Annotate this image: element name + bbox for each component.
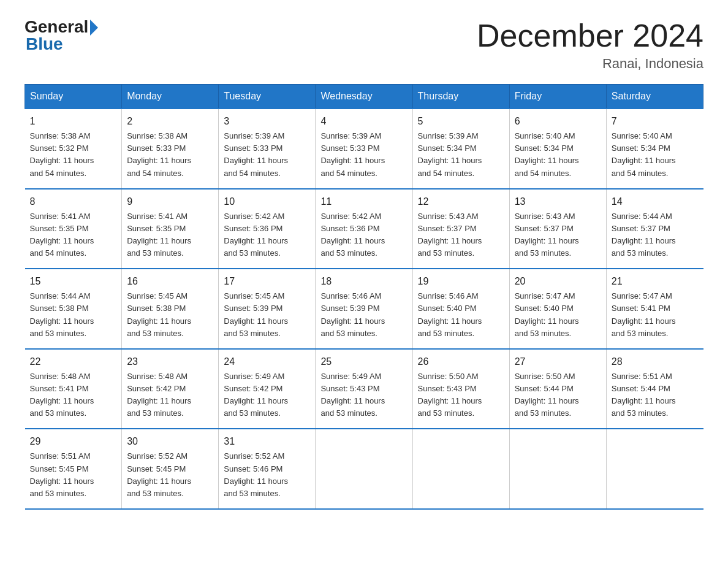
day-info: Sunrise: 5:42 AMSunset: 5:36 PMDaylight:…	[320, 212, 385, 258]
page-header: General Blue December 2024 Ranai, Indone…	[25, 18, 703, 72]
calendar-cell: 7Sunrise: 5:40 AMSunset: 5:34 PMDaylight…	[606, 109, 703, 189]
day-number: 7	[612, 114, 699, 129]
day-number: 29	[30, 434, 117, 449]
day-info: Sunrise: 5:50 AMSunset: 5:43 PMDaylight:…	[418, 372, 482, 418]
calendar-cell: 3Sunrise: 5:39 AMSunset: 5:33 PMDaylight…	[219, 109, 316, 189]
day-number: 16	[127, 274, 213, 289]
day-info: Sunrise: 5:40 AMSunset: 5:34 PMDaylight:…	[515, 131, 579, 177]
day-info: Sunrise: 5:45 AMSunset: 5:38 PMDaylight:…	[127, 291, 191, 337]
day-number: 28	[612, 354, 699, 369]
calendar-cell: 29Sunrise: 5:51 AMSunset: 5:45 PMDayligh…	[25, 429, 122, 509]
day-info: Sunrise: 5:51 AMSunset: 5:44 PMDaylight:…	[612, 372, 676, 418]
calendar-cell: 31Sunrise: 5:52 AMSunset: 5:46 PMDayligh…	[219, 429, 316, 509]
calendar-cell: 16Sunrise: 5:45 AMSunset: 5:38 PMDayligh…	[122, 269, 219, 349]
calendar-week-row: 22Sunrise: 5:48 AMSunset: 5:41 PMDayligh…	[25, 349, 703, 429]
calendar-cell: 6Sunrise: 5:40 AMSunset: 5:34 PMDaylight…	[509, 109, 606, 189]
calendar-cell: 26Sunrise: 5:50 AMSunset: 5:43 PMDayligh…	[412, 349, 509, 429]
day-number: 17	[224, 274, 310, 289]
calendar-cell: 12Sunrise: 5:43 AMSunset: 5:37 PMDayligh…	[412, 189, 509, 269]
calendar-cell	[316, 429, 412, 509]
calendar-cell: 17Sunrise: 5:45 AMSunset: 5:39 PMDayligh…	[219, 269, 316, 349]
day-number: 27	[515, 354, 601, 369]
day-info: Sunrise: 5:43 AMSunset: 5:37 PMDaylight:…	[515, 212, 579, 258]
day-number: 31	[224, 434, 310, 449]
column-header-tuesday: Tuesday	[219, 85, 316, 109]
calendar-title: December 2024	[477, 18, 703, 53]
day-number: 1	[30, 114, 117, 129]
day-number: 2	[127, 114, 213, 129]
day-info: Sunrise: 5:40 AMSunset: 5:34 PMDaylight:…	[612, 131, 676, 177]
calendar-cell: 2Sunrise: 5:38 AMSunset: 5:33 PMDaylight…	[122, 109, 219, 189]
logo-arrow-icon	[90, 20, 98, 36]
day-info: Sunrise: 5:41 AMSunset: 5:35 PMDaylight:…	[127, 212, 191, 258]
day-number: 10	[224, 194, 310, 209]
day-info: Sunrise: 5:39 AMSunset: 5:33 PMDaylight:…	[320, 131, 385, 177]
day-info: Sunrise: 5:48 AMSunset: 5:42 PMDaylight:…	[127, 372, 191, 418]
day-number: 18	[320, 274, 407, 289]
day-info: Sunrise: 5:47 AMSunset: 5:41 PMDaylight:…	[612, 291, 676, 337]
day-number: 14	[612, 194, 699, 209]
calendar-week-row: 29Sunrise: 5:51 AMSunset: 5:45 PMDayligh…	[25, 429, 703, 509]
day-info: Sunrise: 5:52 AMSunset: 5:45 PMDaylight:…	[127, 451, 191, 497]
day-info: Sunrise: 5:44 AMSunset: 5:38 PMDaylight:…	[30, 291, 94, 337]
day-number: 21	[612, 274, 699, 289]
day-info: Sunrise: 5:46 AMSunset: 5:40 PMDaylight:…	[418, 291, 482, 337]
column-header-monday: Monday	[122, 85, 219, 109]
logo-general-text: General	[25, 18, 88, 36]
calendar-cell: 24Sunrise: 5:49 AMSunset: 5:42 PMDayligh…	[219, 349, 316, 429]
day-number: 26	[418, 354, 504, 369]
column-header-sunday: Sunday	[25, 85, 122, 109]
calendar-table: SundayMondayTuesdayWednesdayThursdayFrid…	[25, 84, 703, 510]
column-header-thursday: Thursday	[412, 85, 509, 109]
column-header-saturday: Saturday	[606, 85, 703, 109]
day-info: Sunrise: 5:52 AMSunset: 5:46 PMDaylight:…	[224, 451, 288, 497]
day-number: 24	[224, 354, 310, 369]
day-number: 4	[320, 114, 407, 129]
day-number: 11	[320, 194, 407, 209]
day-info: Sunrise: 5:38 AMSunset: 5:33 PMDaylight:…	[127, 131, 191, 177]
day-info: Sunrise: 5:50 AMSunset: 5:44 PMDaylight:…	[515, 372, 579, 418]
day-info: Sunrise: 5:49 AMSunset: 5:42 PMDaylight:…	[224, 372, 288, 418]
calendar-cell: 9Sunrise: 5:41 AMSunset: 5:35 PMDaylight…	[122, 189, 219, 269]
calendar-cell: 21Sunrise: 5:47 AMSunset: 5:41 PMDayligh…	[606, 269, 703, 349]
day-info: Sunrise: 5:47 AMSunset: 5:40 PMDaylight:…	[515, 291, 579, 337]
day-info: Sunrise: 5:45 AMSunset: 5:39 PMDaylight:…	[224, 291, 288, 337]
calendar-cell: 30Sunrise: 5:52 AMSunset: 5:45 PMDayligh…	[122, 429, 219, 509]
calendar-cell: 27Sunrise: 5:50 AMSunset: 5:44 PMDayligh…	[509, 349, 606, 429]
day-number: 13	[515, 194, 601, 209]
day-number: 6	[515, 114, 601, 129]
calendar-week-row: 1Sunrise: 5:38 AMSunset: 5:32 PMDaylight…	[25, 109, 703, 189]
calendar-subtitle: Ranai, Indonesia	[477, 56, 703, 72]
calendar-cell: 19Sunrise: 5:46 AMSunset: 5:40 PMDayligh…	[412, 269, 509, 349]
calendar-cell: 23Sunrise: 5:48 AMSunset: 5:42 PMDayligh…	[122, 349, 219, 429]
calendar-cell: 1Sunrise: 5:38 AMSunset: 5:32 PMDaylight…	[25, 109, 122, 189]
calendar-cell: 5Sunrise: 5:39 AMSunset: 5:34 PMDaylight…	[412, 109, 509, 189]
title-section: December 2024 Ranai, Indonesia	[477, 18, 703, 72]
day-info: Sunrise: 5:43 AMSunset: 5:37 PMDaylight:…	[418, 212, 482, 258]
day-number: 30	[127, 434, 213, 449]
calendar-cell: 20Sunrise: 5:47 AMSunset: 5:40 PMDayligh…	[509, 269, 606, 349]
calendar-week-row: 8Sunrise: 5:41 AMSunset: 5:35 PMDaylight…	[25, 189, 703, 269]
day-number: 25	[320, 354, 407, 369]
day-number: 20	[515, 274, 601, 289]
calendar-cell	[412, 429, 509, 509]
calendar-cell: 18Sunrise: 5:46 AMSunset: 5:39 PMDayligh…	[316, 269, 412, 349]
day-number: 8	[30, 194, 117, 209]
day-number: 3	[224, 114, 310, 129]
day-info: Sunrise: 5:42 AMSunset: 5:36 PMDaylight:…	[224, 212, 288, 258]
day-info: Sunrise: 5:44 AMSunset: 5:37 PMDaylight:…	[612, 212, 676, 258]
day-number: 23	[127, 354, 213, 369]
day-number: 5	[418, 114, 504, 129]
column-header-wednesday: Wednesday	[316, 85, 412, 109]
day-info: Sunrise: 5:48 AMSunset: 5:41 PMDaylight:…	[30, 372, 94, 418]
column-header-friday: Friday	[509, 85, 606, 109]
calendar-cell: 13Sunrise: 5:43 AMSunset: 5:37 PMDayligh…	[509, 189, 606, 269]
day-number: 19	[418, 274, 504, 289]
calendar-cell: 4Sunrise: 5:39 AMSunset: 5:33 PMDaylight…	[316, 109, 412, 189]
day-number: 12	[418, 194, 504, 209]
logo: General Blue	[25, 18, 98, 53]
calendar-cell: 8Sunrise: 5:41 AMSunset: 5:35 PMDaylight…	[25, 189, 122, 269]
calendar-cell: 25Sunrise: 5:49 AMSunset: 5:43 PMDayligh…	[316, 349, 412, 429]
calendar-cell: 14Sunrise: 5:44 AMSunset: 5:37 PMDayligh…	[606, 189, 703, 269]
calendar-cell: 28Sunrise: 5:51 AMSunset: 5:44 PMDayligh…	[606, 349, 703, 429]
